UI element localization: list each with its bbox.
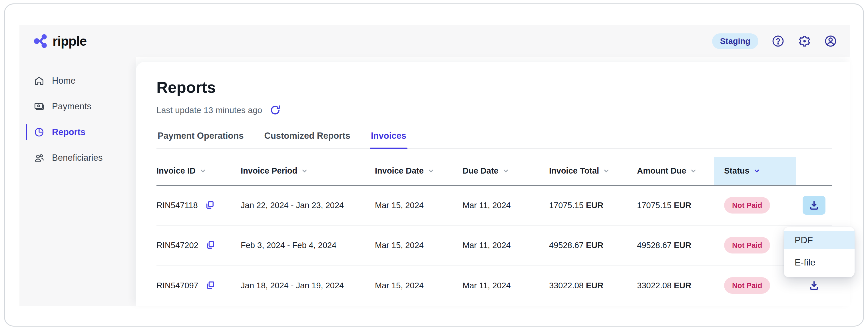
table-row: RIN547202 Feb 3, 2024 - Feb 4, 2024 Mar … (156, 226, 832, 265)
last-update-text: Last update 13 minutes ago (156, 105, 262, 115)
account-icon[interactable] (824, 35, 837, 48)
sidebar-item-label: Beneficiaries (52, 153, 102, 163)
chevron-down-icon (753, 167, 761, 175)
currency-label: EUR (674, 281, 691, 290)
column-label: Invoice Period (241, 166, 297, 175)
download-button-active[interactable] (803, 196, 826, 215)
column-label: Invoice Date (375, 166, 424, 175)
sidebar-item-label: Home (52, 76, 76, 86)
download-icon (809, 280, 819, 291)
download-icon (809, 200, 819, 211)
invoice-total: 49528.67 EUR (549, 241, 637, 250)
status-badge: Not Paid (724, 237, 770, 254)
chevron-down-icon (199, 167, 207, 175)
row-actions (796, 196, 832, 215)
column-label: Status (724, 166, 749, 175)
last-update-row: Last update 13 minutes ago (156, 104, 832, 116)
copy-icon[interactable] (205, 240, 215, 250)
row-actions (796, 276, 832, 295)
column-header-actions (796, 157, 832, 185)
amount-due: 49528.67 EUR (637, 241, 724, 250)
column-header-status[interactable]: Status (714, 157, 796, 185)
menu-item-efile[interactable]: E-file (784, 253, 855, 271)
tab-invoices[interactable]: Invoices (370, 131, 407, 148)
environment-badge: Staging (712, 33, 758, 49)
amount-value: 33022.08 (637, 281, 672, 290)
column-label: Due Date (463, 166, 499, 175)
invoice-period: Jan 18, 2024 - Jan 19, 2024 (241, 281, 375, 290)
invoice-id-cell: RIN547202 (156, 240, 241, 250)
download-button[interactable] (803, 276, 826, 295)
reports-pie-icon (34, 127, 44, 138)
amount-value: 17075.15 (549, 201, 584, 210)
column-header-due-date[interactable]: Due Date (463, 157, 549, 185)
invoice-date: Mar 15, 2024 (375, 201, 463, 210)
column-label: Invoice Total (549, 166, 599, 175)
invoice-id: RIN547097 (156, 281, 198, 290)
sidebar-item-reports[interactable]: Reports (20, 119, 136, 145)
column-header-invoice-id[interactable]: Invoice ID (156, 157, 241, 185)
amount-value: 17075.15 (637, 201, 672, 210)
app-body: Home Payments Reports (20, 57, 850, 306)
currency-label: EUR (674, 241, 691, 250)
amount-due: 17075.15 EUR (637, 201, 724, 210)
invoice-id: RIN547202 (156, 241, 198, 250)
tab-label: Customized Reports (264, 131, 350, 141)
brand-name: ripple (53, 33, 87, 49)
menu-item-pdf[interactable]: PDF (784, 231, 855, 249)
active-nav-indicator (26, 124, 27, 140)
page-title: Reports (156, 78, 832, 97)
active-tab-underline (370, 147, 407, 149)
refresh-icon[interactable] (270, 104, 281, 116)
payments-icon (34, 101, 44, 112)
currency-label: EUR (586, 201, 603, 210)
currency-label: EUR (674, 201, 691, 210)
invoice-date: Mar 15, 2024 (375, 241, 463, 250)
column-header-invoice-date[interactable]: Invoice Date (375, 157, 463, 185)
home-icon (34, 75, 44, 86)
tab-payment-operations[interactable]: Payment Operations (156, 131, 245, 148)
column-header-invoice-total[interactable]: Invoice Total (549, 157, 637, 185)
copy-icon[interactable] (205, 200, 214, 210)
chevron-down-icon (689, 167, 697, 175)
invoice-id-cell: RIN547118 (156, 200, 241, 210)
invoice-id-cell: RIN547097 (156, 280, 241, 290)
tab-customized-reports[interactable]: Customized Reports (263, 131, 351, 148)
amount-due: 33022.08 EUR (637, 281, 724, 290)
top-bar: ripple Staging (20, 25, 850, 57)
amount-value: 49528.67 (637, 241, 672, 250)
due-date: Mar 11, 2024 (463, 281, 549, 290)
column-label: Amount Due (637, 166, 686, 175)
chevron-down-icon (301, 167, 308, 175)
invoice-total: 17075.15 EUR (549, 201, 637, 210)
due-date: Mar 11, 2024 (463, 241, 549, 250)
status-badge: Not Paid (724, 277, 770, 294)
copy-icon[interactable] (205, 280, 215, 290)
sidebar-item-payments[interactable]: Payments (20, 94, 136, 119)
invoice-table-header: Invoice ID Invoice Period Invoice Date D… (156, 157, 832, 186)
sidebar-item-label: Payments (52, 101, 91, 111)
settings-gear-icon[interactable] (798, 35, 811, 48)
chevron-down-icon (502, 167, 510, 175)
chevron-down-icon (602, 167, 610, 175)
table-row: RIN547097 Jan 18, 2024 - Jan 19, 2024 Ma… (156, 265, 832, 305)
invoice-period: Feb 3, 2024 - Feb 4, 2024 (241, 241, 375, 250)
main-area: Reports Last update 13 minutes ago Payme… (136, 57, 850, 306)
sidebar-item-beneficiaries[interactable]: Beneficiaries (20, 145, 136, 171)
report-tabs: Payment Operations Customized Reports In… (156, 131, 832, 149)
due-date: Mar 11, 2024 (463, 201, 549, 210)
column-label: Invoice ID (156, 166, 195, 175)
sidebar: Home Payments Reports (20, 57, 136, 306)
invoice-total: 33022.08 EUR (549, 281, 637, 290)
beneficiaries-icon (34, 153, 44, 163)
download-format-menu: PDF E-file (784, 227, 855, 277)
sidebar-item-home[interactable]: Home (20, 68, 136, 94)
column-header-amount-due[interactable]: Amount Due (637, 157, 724, 185)
sidebar-item-label: Reports (52, 127, 85, 137)
brand-logo[interactable]: ripple (34, 33, 87, 49)
help-icon[interactable] (772, 35, 785, 48)
top-bar-actions: Staging (712, 33, 837, 49)
content-panel: Reports Last update 13 minutes ago Payme… (136, 62, 850, 306)
column-header-invoice-period[interactable]: Invoice Period (241, 157, 375, 185)
table-row: RIN547118 Jan 22, 2024 - Jan 23, 2024 Ma… (156, 186, 832, 226)
